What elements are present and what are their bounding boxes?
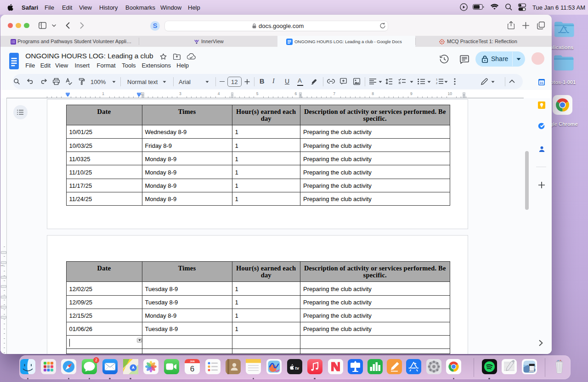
- svg-text:tv: tv: [295, 365, 299, 370]
- svg-text:JAN: JAN: [190, 360, 194, 362]
- svg-text:2: 2: [436, 82, 438, 84]
- svg-text:6: 6: [190, 365, 194, 373]
- svg-text:31: 31: [539, 81, 543, 85]
- svg-text:1: 1: [436, 78, 438, 81]
